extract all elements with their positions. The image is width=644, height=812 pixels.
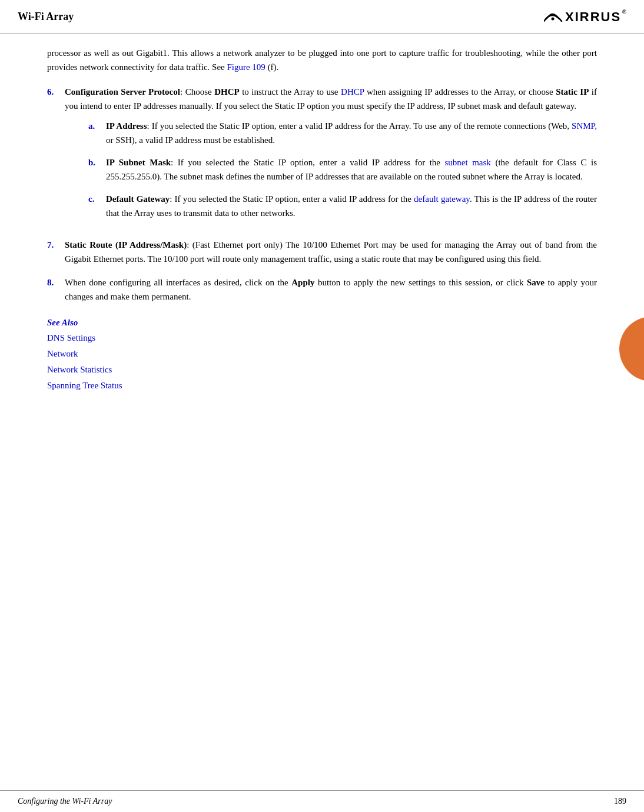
figure-109-link[interactable]: Figure 109	[227, 62, 265, 72]
item-6-number: 6.	[47, 85, 65, 228]
sub-item-c: c. Default Gateway: If you selected the …	[88, 192, 597, 220]
sub-item-a-label: a.	[88, 119, 106, 147]
see-also-network-statistics[interactable]: Network Statistics	[47, 362, 597, 378]
sub-item-b-label: b.	[88, 155, 106, 184]
svg-point-0	[552, 18, 555, 21]
list-item-7: 7. Static Route (IP Address/Mask): (Fast…	[47, 238, 597, 266]
svg-text:®: ®	[622, 9, 626, 15]
see-also-dns-settings[interactable]: DNS Settings	[47, 330, 597, 346]
sub-list-6: a. IP Address: If you selected the Stati…	[88, 119, 597, 220]
sub-item-b: b. IP Subnet Mask: If you selected the S…	[88, 155, 597, 184]
see-also-section: See Also DNS Settings Network Network St…	[47, 318, 597, 394]
xirrus-logo: XIRRUS ®	[544, 6, 626, 27]
sub-item-a-content: IP Address: If you selected the Static I…	[106, 119, 597, 147]
orange-decoration	[619, 317, 644, 381]
see-also-title: See Also	[47, 318, 597, 328]
item-7-number: 7.	[47, 238, 65, 266]
page-header-title: Wi-Fi Array	[18, 11, 74, 23]
sub-item-c-content: Default Gateway: If you selected the Sta…	[106, 192, 597, 220]
list-item-8: 8. When done configuring all interfaces …	[47, 275, 597, 304]
sub-item-b-content: IP Subnet Mask: If you selected the Stat…	[106, 155, 597, 184]
svg-text:XIRRUS: XIRRUS	[565, 9, 621, 24]
footer-left-text: Configuring the Wi-Fi Array	[18, 797, 112, 806]
intro-paragraph: processor as well as out Gigabit1. This …	[47, 46, 597, 74]
default-gateway-link[interactable]: default gateway	[414, 194, 470, 204]
footer-page-number: 189	[614, 797, 626, 806]
item-8-content: When done configuring all interfaces as …	[65, 275, 597, 304]
page-footer: Configuring the Wi-Fi Array 189	[0, 790, 644, 812]
dhcp-link[interactable]: DHCP	[341, 87, 364, 96]
item-7-content: Static Route (IP Address/Mask): (Fast Et…	[65, 238, 597, 266]
see-also-spanning-tree-status[interactable]: Spanning Tree Status	[47, 378, 597, 394]
sub-item-a: a. IP Address: If you selected the Stati…	[88, 119, 597, 147]
item-6-content: Configuration Server Protocol: Choose DH…	[65, 85, 597, 228]
see-also-network[interactable]: Network	[47, 346, 597, 362]
snmp-link[interactable]: SNMP	[572, 121, 595, 131]
list-item-6: 6. Configuration Server Protocol: Choose…	[47, 85, 597, 228]
item-8-number: 8.	[47, 275, 65, 304]
logo: XIRRUS ®	[544, 6, 626, 27]
sub-item-c-label: c.	[88, 192, 106, 220]
subnet-mask-link[interactable]: subnet mask	[445, 158, 491, 167]
